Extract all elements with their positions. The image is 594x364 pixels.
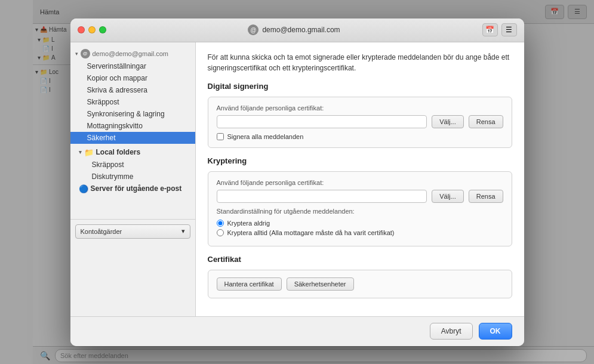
encryption-clear-button[interactable]: Rensa <box>469 190 503 203</box>
digital-signing-clear-button[interactable]: Rensa <box>469 115 503 128</box>
sidebar-label: Diskutrymme <box>92 172 134 181</box>
dialog-body: ▾ @ demo@demo@gmail.com Serverinställnin… <box>70 42 524 316</box>
sidebar-label: Serverinställningar <box>87 62 146 70</box>
sidebar-item-skrappost-account[interactable]: Skräppost <box>70 96 195 108</box>
outgoing-server-label: Server för utgående e-post <box>91 184 182 193</box>
encrypt-never-label: Kryptera aldrig <box>227 220 270 227</box>
encrypt-always-label: Kryptera alltid (Alla mottagare måste då… <box>227 229 395 236</box>
sign-all-label: Signera alla meddelanden <box>227 133 304 140</box>
sidebar-label: Skräppost <box>87 98 119 106</box>
traffic-lights <box>78 26 106 33</box>
chevron-down-icon: ▾ <box>75 51 78 57</box>
ok-button[interactable]: OK <box>479 323 512 340</box>
sidebar-label: Skräppost <box>92 161 124 169</box>
encryption-choose-button[interactable]: Välj... <box>432 190 464 203</box>
sidebar-item-synkronisering[interactable]: Synkronisering & lagring <box>70 108 195 120</box>
account-name-title: demo@demo.gmail.com <box>262 26 340 34</box>
sidebar-label: Skriva & adressera <box>87 86 147 94</box>
digital-signing-section: Använd följande personliga certifikat: V… <box>208 97 512 148</box>
encrypt-always-radio[interactable] <box>217 229 224 236</box>
dialog-footer: Avbryt OK <box>70 316 524 346</box>
digital-signing-cert-label: Använd följande personliga certifikat: <box>217 104 503 112</box>
sidebar-label: Kopior och mappar <box>87 74 147 82</box>
sidebar-item-mottagningskvitto[interactable]: Mottagningskvitto <box>70 120 195 132</box>
encryption-cert-input[interactable] <box>217 190 427 203</box>
encryption-default-label: Standardinställning för utgående meddela… <box>217 208 503 215</box>
account-settings-dialog: @ demo@demo.gmail.com 📅 ☰ ▾ @ demo@demo@… <box>70 18 524 346</box>
sidebar-footer: Kontoåtgärder ▾ <box>70 219 195 243</box>
close-button[interactable] <box>78 26 85 33</box>
sidebar-label: Mottagningskvitto <box>87 122 143 130</box>
dialog-content-panel: För att kunna skicka och ta emot signera… <box>196 42 524 316</box>
dialog-title-area: @ demo@demo.gmail.com <box>111 24 478 35</box>
sidebar-label: Säkerhet <box>87 134 116 142</box>
sidebar-account-name: demo@demo@gmail.com <box>93 50 169 57</box>
sidebar-item-serverinstallningar[interactable]: Serverinställningar <box>70 60 195 72</box>
sidebar-item-diskutrymme[interactable]: Diskutrymme <box>70 171 195 183</box>
calendar-toolbar-icon[interactable]: 📅 <box>482 23 498 36</box>
sidebar-item-outgoing-server[interactable]: 🔵 Server för utgående e-post <box>70 183 195 195</box>
sign-all-checkbox[interactable] <box>217 133 224 140</box>
minimize-button[interactable] <box>88 26 96 33</box>
certificates-title: Certifikat <box>208 255 512 264</box>
certificates-section: Hantera certifikat Säkerhetsenheter <box>208 270 512 298</box>
dialog-overlay: @ demo@demo.gmail.com 📅 ☰ ▾ @ demo@demo@… <box>0 0 594 364</box>
encrypt-never-radio[interactable] <box>217 220 224 227</box>
maximize-button[interactable] <box>99 26 106 33</box>
outgoing-server-icon: 🔵 <box>79 184 88 193</box>
dropdown-label: Kontoåtgärder <box>81 228 122 235</box>
content-description: För att kunna skicka och ta emot signera… <box>208 52 512 73</box>
encryption-cert-row: Välj... Rensa <box>217 190 503 203</box>
cancel-button[interactable]: Avbryt <box>430 323 473 340</box>
security-devices-button[interactable]: Säkerhetsenheter <box>287 277 354 291</box>
account-icon: @ <box>248 24 258 35</box>
sidebar-item-skrappost-local[interactable]: Skräppost <box>70 159 195 171</box>
digital-signing-title: Digital signering <box>208 82 512 91</box>
manage-certificates-button[interactable]: Hantera certifikat <box>217 277 282 291</box>
encryption-cert-label: Använd följande personliga certifikat: <box>217 179 503 186</box>
chevron-down-icon: ▾ <box>79 149 82 155</box>
dialog-sidebar: ▾ @ demo@demo@gmail.com Serverinställnin… <box>70 42 196 316</box>
chevron-down-icon: ▾ <box>181 227 185 235</box>
account-actions-dropdown[interactable]: Kontoåtgärder ▾ <box>75 224 190 239</box>
folder-icon: 📁 <box>84 148 94 157</box>
encryption-section: Använd följande personliga certifikat: V… <box>208 171 512 246</box>
encrypt-always-row: Kryptera alltid (Alla mottagare måste då… <box>217 229 503 236</box>
dialog-toolbar-icons: 📅 ☰ <box>482 23 517 36</box>
sidebar-item-kopior[interactable]: Kopior och mappar <box>70 72 195 84</box>
sidebar-item-skriva[interactable]: Skriva & adressera <box>70 84 195 96</box>
sidebar-label: Synkronisering & lagring <box>87 110 165 118</box>
encryption-title: Kryptering <box>208 156 512 165</box>
sidebar-account-header: ▾ @ demo@demo@gmail.com <box>70 47 195 60</box>
sign-all-row: Signera alla meddelanden <box>217 133 503 140</box>
digital-signing-cert-row: Välj... Rensa <box>217 115 503 128</box>
list-toolbar-icon[interactable]: ☰ <box>501 23 517 36</box>
local-folders-label: Local folders <box>96 148 141 156</box>
encrypt-never-row: Kryptera aldrig <box>217 220 503 227</box>
sidebar-item-sakerhet[interactable]: Säkerhet <box>70 132 195 144</box>
digital-signing-cert-input[interactable] <box>217 115 427 128</box>
sidebar-account-icon: @ <box>81 49 90 58</box>
dialog-titlebar: @ demo@demo.gmail.com 📅 ☰ <box>70 18 524 42</box>
sidebar-local-folders-header: ▾ 📁 Local folders <box>70 146 195 159</box>
digital-signing-choose-button[interactable]: Välj... <box>432 115 464 128</box>
